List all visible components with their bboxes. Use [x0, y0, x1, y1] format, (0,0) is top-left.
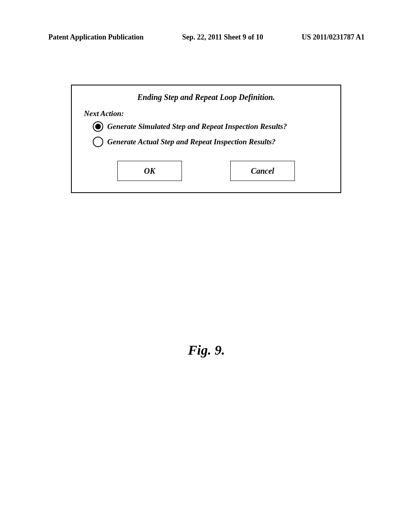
ok-button[interactable]: OK	[117, 161, 182, 181]
dialog-box: Ending Step and Repeat Loop Definition. …	[71, 85, 341, 193]
button-row: OK Cancel	[72, 152, 340, 192]
header-date-sheet: Sep. 22, 2011 Sheet 9 of 10	[182, 33, 263, 42]
radio-selected-icon	[95, 124, 101, 129]
radio-label-actual: Generate Actual Step and Repeat Inspecti…	[107, 137, 275, 146]
radio-option-simulated[interactable]: Generate Simulated Step and Repeat Inspe…	[93, 121, 328, 132]
header-publication: Patent Application Publication	[48, 33, 144, 42]
cancel-button[interactable]: Cancel	[230, 161, 295, 181]
dialog-title: Ending Step and Repeat Loop Definition.	[72, 85, 340, 105]
next-action-label: Next Action:	[84, 109, 328, 118]
radio-button-icon	[93, 137, 103, 147]
figure-label: Fig. 9.	[0, 343, 413, 358]
page-header: Patent Application Publication Sep. 22, …	[48, 33, 365, 42]
radio-button-icon	[93, 121, 103, 132]
header-patent-number: US 2011/0231787 A1	[302, 33, 365, 42]
dialog-body: Next Action: Generate Simulated Step and…	[72, 105, 340, 147]
radio-label-simulated: Generate Simulated Step and Repeat Inspe…	[107, 122, 287, 131]
radio-option-actual[interactable]: Generate Actual Step and Repeat Inspecti…	[93, 137, 328, 147]
